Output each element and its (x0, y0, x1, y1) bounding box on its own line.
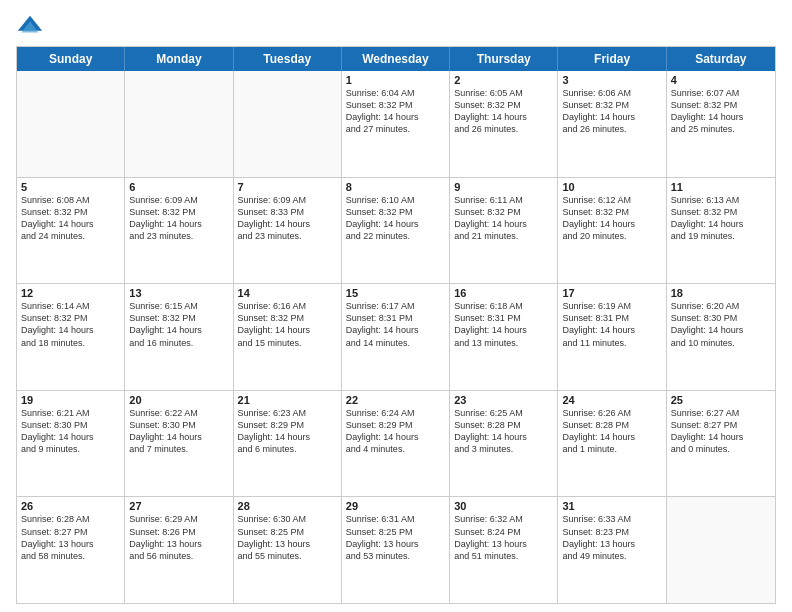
weekday-header-monday: Monday (125, 47, 233, 71)
day-cell-8: 8Sunrise: 6:10 AM Sunset: 8:32 PM Daylig… (342, 178, 450, 284)
calendar-header: SundayMondayTuesdayWednesdayThursdayFrid… (17, 47, 775, 71)
cell-info: Sunrise: 6:14 AM Sunset: 8:32 PM Dayligh… (21, 300, 120, 349)
day-cell-12: 12Sunrise: 6:14 AM Sunset: 8:32 PM Dayli… (17, 284, 125, 390)
cell-info: Sunrise: 6:11 AM Sunset: 8:32 PM Dayligh… (454, 194, 553, 243)
day-cell-29: 29Sunrise: 6:31 AM Sunset: 8:25 PM Dayli… (342, 497, 450, 603)
empty-cell (667, 497, 775, 603)
cell-info: Sunrise: 6:24 AM Sunset: 8:29 PM Dayligh… (346, 407, 445, 456)
cell-info: Sunrise: 6:16 AM Sunset: 8:32 PM Dayligh… (238, 300, 337, 349)
day-cell-23: 23Sunrise: 6:25 AM Sunset: 8:28 PM Dayli… (450, 391, 558, 497)
day-number: 11 (671, 181, 771, 193)
day-number: 20 (129, 394, 228, 406)
day-number: 27 (129, 500, 228, 512)
day-cell-3: 3Sunrise: 6:06 AM Sunset: 8:32 PM Daylig… (558, 71, 666, 177)
weekday-header-thursday: Thursday (450, 47, 558, 71)
calendar-body: 1Sunrise: 6:04 AM Sunset: 8:32 PM Daylig… (17, 71, 775, 603)
day-number: 17 (562, 287, 661, 299)
day-number: 21 (238, 394, 337, 406)
cell-info: Sunrise: 6:09 AM Sunset: 8:32 PM Dayligh… (129, 194, 228, 243)
day-cell-10: 10Sunrise: 6:12 AM Sunset: 8:32 PM Dayli… (558, 178, 666, 284)
empty-cell (17, 71, 125, 177)
cell-info: Sunrise: 6:21 AM Sunset: 8:30 PM Dayligh… (21, 407, 120, 456)
day-cell-2: 2Sunrise: 6:05 AM Sunset: 8:32 PM Daylig… (450, 71, 558, 177)
day-cell-1: 1Sunrise: 6:04 AM Sunset: 8:32 PM Daylig… (342, 71, 450, 177)
day-number: 19 (21, 394, 120, 406)
cell-info: Sunrise: 6:26 AM Sunset: 8:28 PM Dayligh… (562, 407, 661, 456)
day-cell-30: 30Sunrise: 6:32 AM Sunset: 8:24 PM Dayli… (450, 497, 558, 603)
cell-info: Sunrise: 6:19 AM Sunset: 8:31 PM Dayligh… (562, 300, 661, 349)
cell-info: Sunrise: 6:12 AM Sunset: 8:32 PM Dayligh… (562, 194, 661, 243)
cell-info: Sunrise: 6:29 AM Sunset: 8:26 PM Dayligh… (129, 513, 228, 562)
day-cell-27: 27Sunrise: 6:29 AM Sunset: 8:26 PM Dayli… (125, 497, 233, 603)
cell-info: Sunrise: 6:30 AM Sunset: 8:25 PM Dayligh… (238, 513, 337, 562)
day-cell-13: 13Sunrise: 6:15 AM Sunset: 8:32 PM Dayli… (125, 284, 233, 390)
cell-info: Sunrise: 6:31 AM Sunset: 8:25 PM Dayligh… (346, 513, 445, 562)
day-cell-28: 28Sunrise: 6:30 AM Sunset: 8:25 PM Dayli… (234, 497, 342, 603)
empty-cell (125, 71, 233, 177)
day-number: 12 (21, 287, 120, 299)
cell-info: Sunrise: 6:08 AM Sunset: 8:32 PM Dayligh… (21, 194, 120, 243)
day-number: 3 (562, 74, 661, 86)
cell-info: Sunrise: 6:10 AM Sunset: 8:32 PM Dayligh… (346, 194, 445, 243)
weekday-header-sunday: Sunday (17, 47, 125, 71)
day-number: 7 (238, 181, 337, 193)
day-number: 25 (671, 394, 771, 406)
cell-info: Sunrise: 6:05 AM Sunset: 8:32 PM Dayligh… (454, 87, 553, 136)
day-number: 2 (454, 74, 553, 86)
day-number: 29 (346, 500, 445, 512)
day-number: 1 (346, 74, 445, 86)
day-number: 14 (238, 287, 337, 299)
day-number: 8 (346, 181, 445, 193)
day-cell-24: 24Sunrise: 6:26 AM Sunset: 8:28 PM Dayli… (558, 391, 666, 497)
day-number: 23 (454, 394, 553, 406)
header (16, 12, 776, 40)
day-number: 30 (454, 500, 553, 512)
day-number: 10 (562, 181, 661, 193)
calendar-row-1: 1Sunrise: 6:04 AM Sunset: 8:32 PM Daylig… (17, 71, 775, 178)
day-cell-18: 18Sunrise: 6:20 AM Sunset: 8:30 PM Dayli… (667, 284, 775, 390)
day-cell-21: 21Sunrise: 6:23 AM Sunset: 8:29 PM Dayli… (234, 391, 342, 497)
cell-info: Sunrise: 6:06 AM Sunset: 8:32 PM Dayligh… (562, 87, 661, 136)
day-cell-25: 25Sunrise: 6:27 AM Sunset: 8:27 PM Dayli… (667, 391, 775, 497)
day-number: 24 (562, 394, 661, 406)
weekday-header-friday: Friday (558, 47, 666, 71)
cell-info: Sunrise: 6:25 AM Sunset: 8:28 PM Dayligh… (454, 407, 553, 456)
page: SundayMondayTuesdayWednesdayThursdayFrid… (0, 0, 792, 612)
cell-info: Sunrise: 6:28 AM Sunset: 8:27 PM Dayligh… (21, 513, 120, 562)
day-number: 22 (346, 394, 445, 406)
day-cell-15: 15Sunrise: 6:17 AM Sunset: 8:31 PM Dayli… (342, 284, 450, 390)
calendar-row-4: 19Sunrise: 6:21 AM Sunset: 8:30 PM Dayli… (17, 391, 775, 498)
day-cell-14: 14Sunrise: 6:16 AM Sunset: 8:32 PM Dayli… (234, 284, 342, 390)
empty-cell (234, 71, 342, 177)
cell-info: Sunrise: 6:09 AM Sunset: 8:33 PM Dayligh… (238, 194, 337, 243)
day-number: 28 (238, 500, 337, 512)
weekday-header-tuesday: Tuesday (234, 47, 342, 71)
weekday-header-saturday: Saturday (667, 47, 775, 71)
day-number: 18 (671, 287, 771, 299)
day-cell-20: 20Sunrise: 6:22 AM Sunset: 8:30 PM Dayli… (125, 391, 233, 497)
day-cell-19: 19Sunrise: 6:21 AM Sunset: 8:30 PM Dayli… (17, 391, 125, 497)
day-cell-16: 16Sunrise: 6:18 AM Sunset: 8:31 PM Dayli… (450, 284, 558, 390)
cell-info: Sunrise: 6:27 AM Sunset: 8:27 PM Dayligh… (671, 407, 771, 456)
calendar-row-3: 12Sunrise: 6:14 AM Sunset: 8:32 PM Dayli… (17, 284, 775, 391)
cell-info: Sunrise: 6:20 AM Sunset: 8:30 PM Dayligh… (671, 300, 771, 349)
cell-info: Sunrise: 6:04 AM Sunset: 8:32 PM Dayligh… (346, 87, 445, 136)
cell-info: Sunrise: 6:33 AM Sunset: 8:23 PM Dayligh… (562, 513, 661, 562)
day-cell-26: 26Sunrise: 6:28 AM Sunset: 8:27 PM Dayli… (17, 497, 125, 603)
day-number: 26 (21, 500, 120, 512)
day-cell-5: 5Sunrise: 6:08 AM Sunset: 8:32 PM Daylig… (17, 178, 125, 284)
day-cell-7: 7Sunrise: 6:09 AM Sunset: 8:33 PM Daylig… (234, 178, 342, 284)
cell-info: Sunrise: 6:17 AM Sunset: 8:31 PM Dayligh… (346, 300, 445, 349)
calendar: SundayMondayTuesdayWednesdayThursdayFrid… (16, 46, 776, 604)
day-number: 5 (21, 181, 120, 193)
day-number: 15 (346, 287, 445, 299)
day-number: 13 (129, 287, 228, 299)
day-number: 6 (129, 181, 228, 193)
day-cell-17: 17Sunrise: 6:19 AM Sunset: 8:31 PM Dayli… (558, 284, 666, 390)
logo (16, 12, 48, 40)
day-cell-4: 4Sunrise: 6:07 AM Sunset: 8:32 PM Daylig… (667, 71, 775, 177)
day-cell-9: 9Sunrise: 6:11 AM Sunset: 8:32 PM Daylig… (450, 178, 558, 284)
day-number: 4 (671, 74, 771, 86)
logo-icon (16, 12, 44, 40)
calendar-row-5: 26Sunrise: 6:28 AM Sunset: 8:27 PM Dayli… (17, 497, 775, 603)
